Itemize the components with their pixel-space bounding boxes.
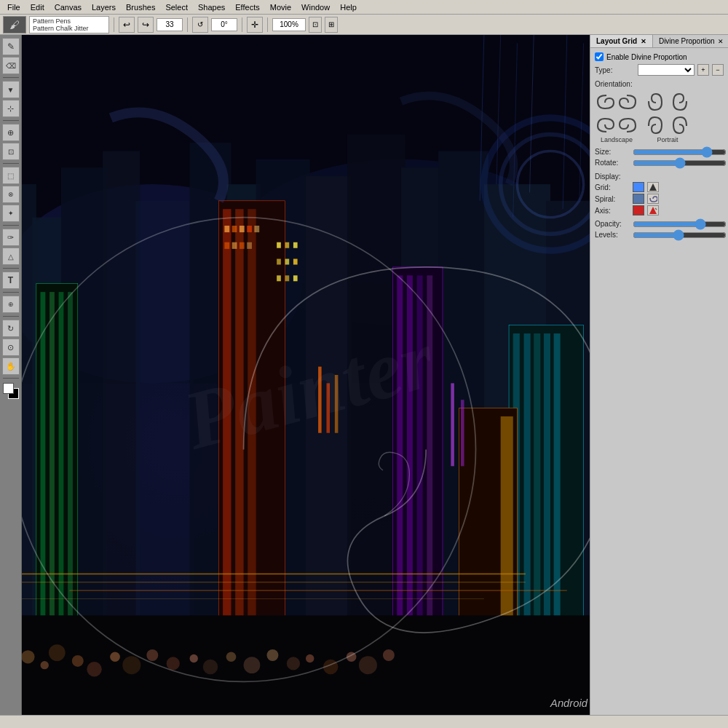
svg-rect-58 — [293, 259, 298, 265]
grid-icon-btn[interactable] — [647, 182, 659, 192]
axis-icon-btn[interactable] — [647, 205, 659, 215]
enable-divine-proportion-checkbox[interactable] — [595, 52, 604, 61]
rotate-slider[interactable] — [633, 159, 727, 167]
type-label: Type: — [595, 66, 635, 74]
brush-selector-icon[interactable]: 🖌 — [3, 16, 26, 33]
brush-info[interactable]: Pattern Pens Pattern Chalk Jitter — [29, 16, 109, 33]
tool-separator-6 — [3, 292, 19, 293]
type-add-button[interactable]: + — [697, 64, 709, 76]
panel-content: Enable Divine Proportion Type: + − Orien… — [590, 48, 728, 243]
rotate-label: Rotate: — [595, 159, 630, 167]
tab-divine-proportion[interactable]: Divine Proportion ✕ — [653, 35, 728, 47]
grid-display-row: Grid: — [595, 182, 724, 192]
shape-tool-button[interactable]: △ — [2, 248, 20, 265]
rotate-reset-button[interactable]: ↺ — [192, 17, 208, 33]
svg-rect-26 — [224, 226, 229, 232]
menu-window[interactable]: Window — [297, 2, 334, 12]
canvas-area[interactable]: Painter Android Jones — [22, 35, 590, 715]
svg-rect-57 — [285, 259, 290, 265]
svg-point-73 — [122, 656, 141, 674]
rotate-canvas-button[interactable]: ↻ — [2, 320, 20, 337]
tab-divine-proportion-close[interactable]: ✕ — [718, 38, 724, 45]
size-label: Size: — [595, 148, 630, 156]
eraser-tool-button[interactable]: ⌫ — [2, 57, 20, 74]
undo-button[interactable]: ↩ — [119, 17, 135, 33]
magic-wand-button[interactable]: ✦ — [2, 205, 20, 222]
svg-rect-34 — [247, 242, 252, 249]
display-label: Display: — [595, 173, 724, 181]
toolbar-separator-2 — [187, 17, 188, 32]
pen-tool-button[interactable]: ✑ — [2, 229, 20, 246]
zoom-input[interactable] — [157, 18, 183, 31]
svg-point-75 — [167, 657, 180, 670]
lasso-tool-button[interactable]: ⊗ — [2, 186, 20, 203]
zoom-mode-button-2[interactable]: ⊞ — [325, 17, 338, 33]
brush-tool-button[interactable]: ✎ — [2, 38, 20, 55]
menu-help[interactable]: Help — [336, 2, 361, 12]
menu-canvas[interactable]: Canvas — [50, 2, 86, 12]
menu-edit[interactable]: Edit — [26, 2, 49, 12]
transform-tool-button[interactable]: ⊕ — [2, 124, 20, 141]
type-row: Type: + − — [595, 64, 724, 76]
axis-label: Axis: — [595, 207, 630, 215]
svg-point-71 — [87, 662, 102, 677]
zoom-tool-button[interactable]: ⊙ — [2, 339, 20, 356]
landscape-icons-2 — [595, 114, 638, 135]
landscape-spiral-icon-2[interactable] — [618, 92, 638, 113]
rect-selection-button[interactable]: ⬚ — [2, 167, 20, 184]
app-window: File Edit Canvas Layers Brushes Select S… — [0, 0, 728, 728]
spiral-label: Spiral: — [595, 195, 630, 203]
svg-point-82 — [306, 654, 314, 662]
clone-tool-button[interactable]: ⊕ — [2, 296, 20, 313]
size-slider[interactable] — [633, 149, 727, 156]
eyedropper-tool-button[interactable]: ⊹ — [2, 100, 20, 117]
svg-text:Android Jones: Android Jones — [550, 697, 590, 709]
landscape-spiral-icon-1[interactable] — [595, 92, 615, 113]
size-row: Size: 83% — [595, 148, 724, 156]
svg-rect-61 — [293, 275, 298, 281]
portrait-spiral-icon-2[interactable] — [669, 92, 689, 113]
spiral-icon-btn[interactable] — [647, 194, 659, 204]
grid-color-swatch[interactable] — [633, 182, 644, 192]
levels-slider[interactable] — [633, 232, 727, 239]
rotate-row: Rotate: 0° — [595, 159, 724, 167]
svg-point-77 — [203, 660, 218, 675]
landscape-spiral-icon-3[interactable] — [595, 114, 615, 135]
hand-tool-button[interactable]: ✋ — [2, 357, 20, 375]
menu-effects[interactable]: Effects — [231, 2, 264, 12]
tab-layout-grid[interactable]: Layout Grid ✕ — [590, 35, 653, 47]
axis-color-swatch[interactable] — [633, 205, 644, 215]
menu-movie[interactable]: Movie — [266, 2, 296, 12]
move-tool-button[interactable]: ✛ — [247, 17, 263, 33]
toolbar-separator-3 — [242, 17, 242, 32]
menu-select[interactable]: Select — [161, 2, 192, 12]
menu-brushes[interactable]: Brushes — [122, 2, 159, 12]
right-panel: Layout Grid ✕ Divine Proportion ✕ Enable… — [590, 35, 728, 715]
menu-layers[interactable]: Layers — [87, 2, 120, 12]
type-select[interactable] — [638, 64, 695, 76]
type-remove-button[interactable]: − — [712, 64, 724, 76]
portrait-spiral-icon-1[interactable] — [646, 92, 666, 113]
crop-tool-button[interactable]: ⊡ — [2, 143, 20, 160]
levels-label: Levels: — [595, 231, 630, 239]
portrait-spiral-icon-3[interactable] — [646, 114, 666, 135]
svg-rect-33 — [240, 242, 245, 249]
paint-bucket-tool-button[interactable]: ▼ — [2, 81, 20, 98]
svg-point-72 — [110, 652, 120, 662]
landscape-spiral-icon-4[interactable] — [618, 114, 638, 135]
spiral-color-swatch[interactable] — [633, 194, 644, 204]
svg-point-69 — [49, 644, 66, 661]
rotate-input[interactable] — [211, 18, 237, 31]
menu-shapes[interactable]: Shapes — [194, 2, 229, 12]
text-tool-button[interactable]: T — [2, 272, 20, 289]
color-swatches[interactable] — [3, 383, 19, 399]
landscape-col: Landscape — [595, 92, 638, 143]
tab-layout-grid-close[interactable]: ✕ — [641, 38, 646, 45]
zoom-percent-input[interactable] — [272, 18, 306, 31]
opacity-slider[interactable] — [633, 221, 727, 228]
menu-file[interactable]: File — [3, 2, 25, 12]
tool-separator-4 — [3, 225, 19, 226]
zoom-mode-button-1[interactable]: ⊡ — [309, 17, 322, 33]
redo-button[interactable]: ↪ — [138, 17, 154, 33]
portrait-spiral-icon-4[interactable] — [669, 114, 689, 135]
